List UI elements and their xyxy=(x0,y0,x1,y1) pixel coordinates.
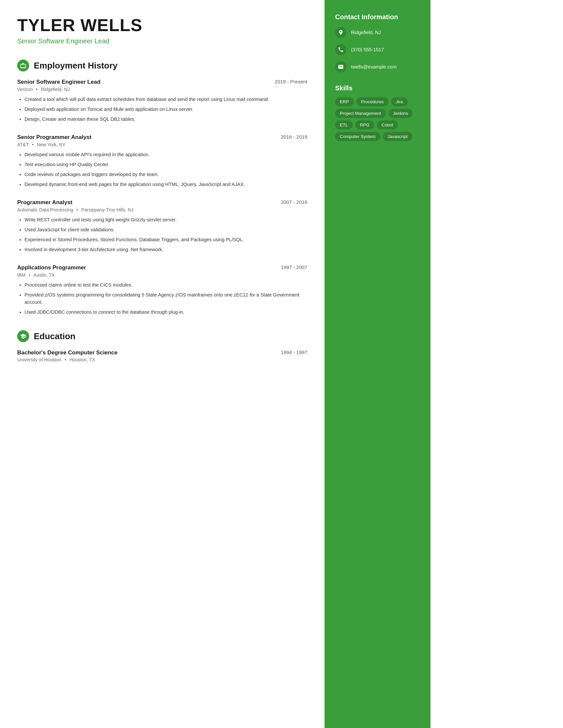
edu-header: Bachelor's Degree Computer Science 1994 … xyxy=(17,349,307,356)
skills-section: Skills ERPProceduresJiraProject Manageme… xyxy=(335,84,420,141)
resume-header: TYLER WELLS Senior Software Engineer Lea… xyxy=(17,16,307,45)
job-entry: Applications Programmer 1997 - 2007 IBM … xyxy=(17,264,307,316)
job-header: Programmer Analyst 2007 - 2016 xyxy=(17,199,307,206)
job-company: AT&T • New York, NY xyxy=(17,142,307,147)
skill-tag: Cobol xyxy=(377,120,398,129)
skill-tag: Javascript xyxy=(383,132,412,141)
company-location: Austin, TX xyxy=(33,272,55,278)
job-company: Automatic Data Processing • Parsippany-T… xyxy=(17,207,307,212)
job-company: IBM • Austin, TX xyxy=(17,272,307,278)
skill-tag: Procedures xyxy=(356,97,389,106)
main-content: TYLER WELLS Senior Software Engineer Lea… xyxy=(0,0,325,728)
dot-separator: • xyxy=(29,272,30,278)
dot-separator: • xyxy=(32,142,33,147)
phone-icon-wrapper xyxy=(335,44,347,55)
phone-icon xyxy=(338,47,344,53)
company-location: New York, NY xyxy=(37,142,65,147)
employment-section-header: Employment History xyxy=(17,60,307,71)
education-section-header: Education xyxy=(17,330,307,342)
candidate-title: Senior Software Engineer Lead xyxy=(17,37,307,45)
job-title: Senior Software Engineer Lead xyxy=(17,79,100,85)
skill-tag: ETL xyxy=(335,120,353,129)
company-name: AT&T xyxy=(17,142,29,147)
job-header: Senior Software Engineer Lead 2019 - Pre… xyxy=(17,79,307,85)
edu-entry: Bachelor's Degree Computer Science 1994 … xyxy=(17,349,307,362)
phone-text: (370) 555-1517 xyxy=(351,47,384,52)
skill-tag: Project Management xyxy=(335,109,386,118)
bullet-item: Design, Create and maintain these SQL DB… xyxy=(24,116,307,123)
contact-phone: (370) 555-1517 xyxy=(335,44,420,55)
candidate-name: TYLER WELLS xyxy=(17,16,307,35)
bullet-item: Write REST controller unit tests using l… xyxy=(24,216,307,224)
employment-icon xyxy=(17,60,29,71)
company-name: Automatic Data Processing xyxy=(17,207,73,212)
graduation-icon xyxy=(20,333,26,340)
education-section-title: Education xyxy=(34,331,75,341)
skill-tag: Jenkins xyxy=(389,109,413,118)
job-title: Programmer Analyst xyxy=(17,199,72,206)
bullet-item: Deployed web application on Tomcat and M… xyxy=(24,106,307,113)
location-icon xyxy=(335,27,347,38)
job-bullets: Developed various mobile API's required … xyxy=(17,151,307,188)
job-dates: 2016 - 2019 xyxy=(281,134,307,140)
sidebar: Contact Information Ridgefield, NJ (370)… xyxy=(325,0,431,728)
job-header: Senior Programmer Analyst 2016 - 2019 xyxy=(17,134,307,141)
bullet-item: Involved in development 3-tier Architect… xyxy=(24,246,307,253)
bullet-item: Developed dynamic front-end web pages fo… xyxy=(24,181,307,188)
bullet-item: Code reviews of packages and triggers de… xyxy=(24,171,307,178)
dot-separator: • xyxy=(65,357,66,362)
education-icon xyxy=(17,330,29,342)
edu-degree: Bachelor's Degree Computer Science xyxy=(17,349,117,356)
email-icon xyxy=(338,64,344,70)
skill-tag: ERP xyxy=(335,97,354,106)
dot-separator: • xyxy=(76,207,78,212)
pin-icon xyxy=(338,29,344,35)
job-bullets: Created a tool which will pull data extr… xyxy=(17,96,307,123)
bullet-item: Provided z/OS systems programming for co… xyxy=(24,292,307,306)
education-list: Bachelor's Degree Computer Science 1994 … xyxy=(17,349,307,362)
company-location: Ridgefield, NJ xyxy=(41,87,70,92)
email-text: twells@example.com xyxy=(351,64,397,69)
bullet-item: Developed various mobile API's required … xyxy=(24,151,307,159)
job-dates: 2007 - 2016 xyxy=(281,199,307,205)
bullet-item: Test execution-using HP Quality Center. xyxy=(24,161,307,168)
job-dates: 1997 - 2007 xyxy=(281,264,307,270)
jobs-list: Senior Software Engineer Lead 2019 - Pre… xyxy=(17,79,307,316)
bullet-item: Used JavaScript for client-side validati… xyxy=(24,226,307,234)
location-text: Ridgefield, NJ xyxy=(351,30,381,35)
skills-tags: ERPProceduresJiraProject ManagementJenki… xyxy=(335,97,420,141)
email-icon-wrapper xyxy=(335,61,347,72)
school-location: Houston, TX xyxy=(70,357,95,362)
skill-tag: Jira xyxy=(391,97,408,106)
contact-location: Ridgefield, NJ xyxy=(335,27,420,38)
dot-separator: • xyxy=(36,87,38,92)
job-bullets: Write REST controller unit tests using l… xyxy=(17,216,307,253)
job-company: Verizon • Ridgefield, NJ xyxy=(17,87,307,92)
employment-section: Employment History Senior Software Engin… xyxy=(17,60,307,316)
employment-section-title: Employment History xyxy=(34,61,117,71)
job-entry: Senior Software Engineer Lead 2019 - Pre… xyxy=(17,79,307,123)
bullet-item: Processed claims online to test the CICS… xyxy=(24,282,307,289)
job-title: Applications Programmer xyxy=(17,264,86,271)
job-title: Senior Programmer Analyst xyxy=(17,134,91,141)
contact-email: twells@example.com xyxy=(335,61,420,72)
school-name: University of Houston xyxy=(17,357,61,362)
briefcase-icon xyxy=(20,62,26,69)
company-name: Verizon xyxy=(17,87,33,92)
contact-section-title: Contact Information xyxy=(335,13,420,21)
skill-tag: RPG xyxy=(355,120,374,129)
job-entry: Programmer Analyst 2007 - 2016 Automatic… xyxy=(17,199,307,253)
edu-school: University of Houston • Houston, TX xyxy=(17,357,307,362)
job-entry: Senior Programmer Analyst 2016 - 2019 AT… xyxy=(17,134,307,188)
skill-tag: Computer System xyxy=(335,132,380,141)
bullet-item: Created a tool which will pull data extr… xyxy=(24,96,307,103)
skills-section-title: Skills xyxy=(335,84,420,92)
company-name: IBM xyxy=(17,272,25,278)
education-section: Education Bachelor's Degree Computer Sci… xyxy=(17,330,307,362)
job-dates: 2019 - Present xyxy=(275,79,307,84)
edu-dates: 1994 - 1997 xyxy=(281,349,307,355)
company-location: Parsippany-Troy Hills, NJ xyxy=(81,207,133,212)
job-bullets: Processed claims online to test the CICS… xyxy=(17,282,307,316)
job-header: Applications Programmer 1997 - 2007 xyxy=(17,264,307,271)
bullet-item: Used JDBC/ODBC connections to connect to… xyxy=(24,309,307,316)
